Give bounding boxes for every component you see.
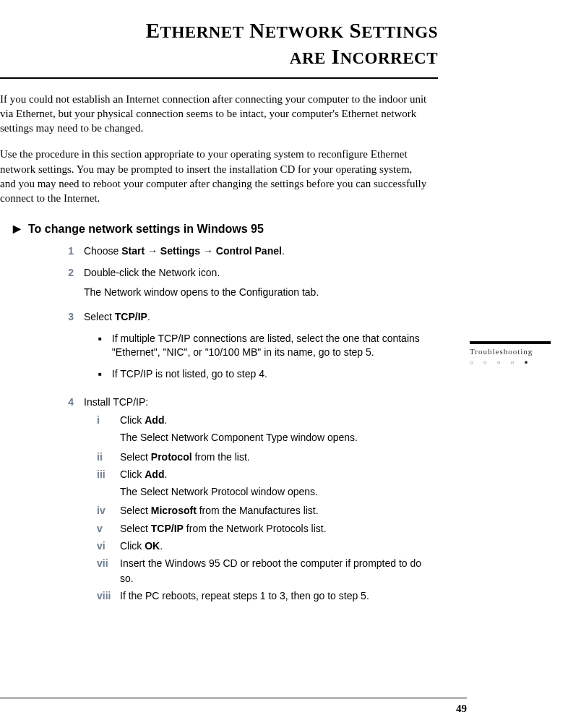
- substep-text: .: [160, 540, 163, 552]
- substep-text: from the Manufactures list.: [197, 505, 319, 516]
- bullet-text: If multiple TCP/IP connections are liste…: [112, 332, 431, 360]
- intro-paragraph-1: If you could not establish an Internet c…: [0, 92, 427, 136]
- page-footer: 49: [0, 698, 467, 715]
- arrow-icon: →: [145, 245, 160, 257]
- substep-vi: vi Click OK.: [97, 539, 431, 553]
- substep-vii: vii Insert the Windows 95 CD or reboot t…: [97, 556, 431, 586]
- substep-number: iii: [97, 467, 114, 501]
- triangle-icon: ▶: [13, 223, 21, 234]
- bullet-item: ■ If TCP/IP is not listed, go to step 4.: [98, 367, 431, 382]
- page-number: 49: [0, 703, 467, 715]
- substep-number: iv: [97, 503, 114, 518]
- title-part: ARE: [290, 49, 326, 67]
- step-body: Install TCP/IP: i Click Add. The Select …: [84, 395, 431, 606]
- substep-ii: ii Select Protocol from the list.: [97, 450, 431, 464]
- substep-text: Select: [120, 451, 151, 463]
- arrow-icon: →: [200, 245, 216, 257]
- step-body: Select TCP/IP. ■ If multiple TCP/IP conn…: [84, 310, 431, 388]
- step-body: Double-click the Network icon. The Netwo…: [84, 266, 431, 303]
- substep-text: If the PC reboots, repeat steps 1 to 3, …: [120, 588, 431, 603]
- substep-number: v: [97, 521, 114, 536]
- title-part: ETTINGS: [361, 23, 438, 41]
- step-1: 1 Choose Start → Settings → Control Pane…: [58, 244, 431, 259]
- substep-number: i: [97, 413, 114, 447]
- bullet-text: If TCP/IP is not listed, go to step 4.: [112, 367, 267, 382]
- substep-number: vii: [97, 556, 114, 586]
- substep-text: Click: [120, 414, 145, 426]
- step-3: 3 Select TCP/IP. ■ If multiple TCP/IP co…: [58, 310, 431, 388]
- substep-body: Click Add. The Select Network Protocol w…: [120, 467, 431, 501]
- substep-iii: iii Click Add. The Select Network Protoc…: [97, 467, 431, 501]
- step-body: Choose Start → Settings → Control Panel.: [84, 244, 431, 259]
- intro-paragraph-2: Use the procedure in this section approp…: [0, 147, 427, 205]
- substep-note: The Select Network Protocol window opens…: [120, 484, 431, 499]
- substep-iv: iv Select Microsoft from the Manufacture…: [97, 503, 431, 518]
- substep-text: Insert the Windows 95 CD or reboot the c…: [120, 556, 431, 586]
- substep-body: Select Protocol from the list.: [120, 450, 431, 464]
- step-text: .: [282, 245, 285, 257]
- title-char: N: [249, 19, 264, 42]
- step-number: 1: [58, 244, 74, 259]
- square-bullet-icon: ■: [98, 335, 102, 360]
- bold-text: Add: [145, 414, 164, 426]
- title-part: ETWORK: [265, 23, 344, 41]
- substep-body: Select Microsoft from the Manufactures l…: [120, 503, 431, 518]
- substep-number: viii: [97, 588, 114, 603]
- substep-body: Select TCP/IP from the Network Protocols…: [120, 521, 431, 536]
- title-char: S: [350, 19, 362, 42]
- step-number: 3: [58, 310, 74, 388]
- substep-text: .: [164, 468, 167, 480]
- step-text: Double-click the Network icon.: [84, 266, 431, 281]
- square-bullet-icon: ■: [98, 370, 102, 382]
- substep-number: ii: [97, 450, 114, 464]
- substep-text: Select: [120, 505, 151, 516]
- bold-text: TCP/IP: [151, 523, 184, 534]
- section-tab-dots: ○ ○ ○ ○ ●: [470, 359, 551, 366]
- procedure-heading: ▶To change network settings in Windows 9…: [13, 223, 539, 236]
- title-part: THERNET: [160, 23, 244, 41]
- step-text: Install TCP/IP:: [84, 395, 431, 410]
- bullet-list: ■ If multiple TCP/IP connections are lis…: [98, 332, 431, 382]
- footer-rule: [0, 698, 467, 698]
- bold-text: TCP/IP: [115, 311, 147, 322]
- title-char: I: [332, 45, 340, 68]
- bold-text: OK: [145, 540, 160, 552]
- bold-text: Control Panel: [216, 245, 282, 257]
- bold-text: Protocol: [151, 451, 192, 463]
- substep-list: i Click Add. The Select Network Componen…: [97, 413, 431, 603]
- substep-i: i Click Add. The Select Network Componen…: [97, 413, 431, 447]
- step-text: .: [147, 311, 150, 322]
- substep-text: Click: [120, 468, 145, 480]
- steps-list: 1 Choose Start → Settings → Control Pane…: [58, 244, 431, 606]
- bold-text: Start: [121, 245, 145, 257]
- substep-note: The Select Network Component Type window…: [120, 430, 431, 445]
- substep-text: .: [164, 414, 167, 426]
- substep-text: Select: [120, 523, 151, 534]
- substep-text: from the Network Protocols list.: [184, 523, 327, 534]
- bold-text: Microsoft: [151, 505, 197, 516]
- bold-text: Settings: [160, 245, 200, 257]
- substep-viii: viii If the PC reboots, repeat steps 1 t…: [97, 588, 431, 603]
- title-part: NCORRECT: [340, 49, 438, 67]
- substep-body: Click Add. The Select Network Component …: [120, 413, 431, 447]
- step-number: 2: [58, 266, 74, 303]
- substep-number: vi: [97, 539, 114, 553]
- substep-v: v Select TCP/IP from the Network Protoco…: [97, 521, 431, 536]
- substep-text: from the list.: [192, 451, 250, 463]
- bullet-item: ■ If multiple TCP/IP connections are lis…: [98, 332, 431, 360]
- page-title: ETHERNET NETWORK SETTINGS ARE INCORRECT: [0, 17, 438, 70]
- substep-text: Click: [120, 540, 145, 552]
- page-title-block: ETHERNET NETWORK SETTINGS ARE INCORRECT: [0, 17, 438, 70]
- title-char: E: [146, 19, 160, 42]
- step-text: Choose: [84, 245, 121, 257]
- bold-text: Add: [145, 468, 164, 480]
- substep-body: Click OK.: [120, 539, 431, 553]
- section-tab-bar: [470, 341, 551, 344]
- step-number: 4: [58, 395, 74, 606]
- title-rule: [0, 77, 438, 79]
- step-text: Select: [84, 311, 115, 322]
- section-tab-label: Troubleshooting: [470, 347, 551, 356]
- step-4: 4 Install TCP/IP: i Click Add. The Selec…: [58, 395, 431, 606]
- step-2: 2 Double-click the Network icon. The Net…: [58, 266, 431, 303]
- section-tab: Troubleshooting ○ ○ ○ ○ ●: [470, 341, 551, 366]
